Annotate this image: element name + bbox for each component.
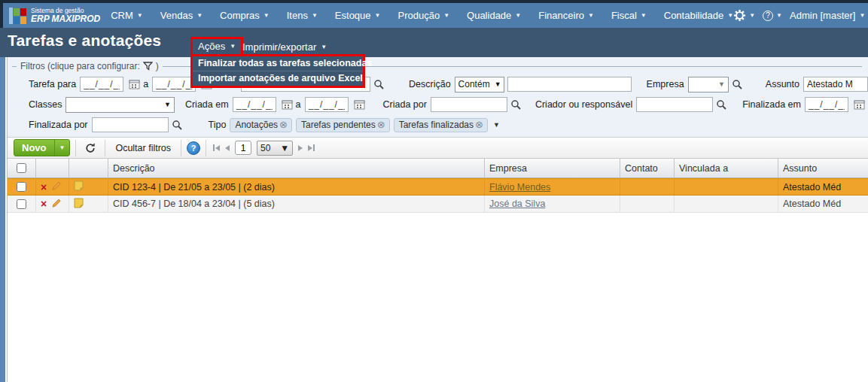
calendar-icon[interactable] bbox=[354, 99, 365, 110]
empresa-select[interactable]: ▼ bbox=[688, 77, 729, 92]
topnav-right-cluster: ▼ ? ▼ Admin [master] ▼ bbox=[733, 8, 868, 24]
tipo-chip-tarefas-pendentes[interactable]: Tarefas pendentes ⊗ bbox=[296, 118, 390, 132]
menu-financeiro[interactable]: Financeiro▼ bbox=[538, 10, 594, 21]
remove-chip-icon[interactable]: ⊗ bbox=[377, 120, 385, 129]
chevron-down-icon: ▼ bbox=[321, 44, 327, 50]
descricao-operator-select[interactable]: Contém ▼ bbox=[455, 77, 504, 92]
acoes-dropdown-menu: Finalizar todas as tarefas selecionadas … bbox=[190, 54, 365, 88]
refresh-icon[interactable] bbox=[84, 142, 96, 154]
finalizada-por-input[interactable] bbox=[92, 117, 169, 132]
tarefa-para-to-date[interactable] bbox=[152, 77, 196, 92]
logo-block bbox=[20, 8, 26, 16]
remove-chip-icon[interactable]: ⊗ bbox=[279, 120, 288, 129]
funnel-icon bbox=[143, 62, 153, 71]
search-icon[interactable] bbox=[172, 120, 183, 131]
select-all-checkbox[interactable] bbox=[17, 163, 26, 173]
header-contato[interactable]: Contato bbox=[620, 159, 675, 177]
header-vinculada[interactable]: Vinculada a bbox=[675, 159, 778, 177]
logo-block bbox=[14, 8, 20, 16]
row-checkbox[interactable] bbox=[17, 182, 26, 192]
classes-select[interactable]: ▼ bbox=[65, 97, 174, 113]
search-icon[interactable] bbox=[510, 99, 522, 111]
novo-button[interactable]: Novo ▼ bbox=[14, 139, 70, 156]
delete-icon[interactable]: × bbox=[41, 182, 47, 193]
chevron-down-icon[interactable]: ▼ bbox=[54, 140, 70, 156]
filters-legend[interactable]: Filtros (clique para configurar: ) bbox=[17, 61, 163, 71]
menu-item-finalizar-tarefas[interactable]: Finalizar todas as tarefas selecionadas bbox=[193, 56, 363, 71]
edit-pencil-icon[interactable] bbox=[51, 180, 62, 193]
header-actions-cell bbox=[36, 159, 69, 177]
page-number-input[interactable] bbox=[235, 141, 251, 155]
chevron-down-icon: ▼ bbox=[137, 13, 143, 19]
table-row-selected[interactable]: × CID 123-4 | De 21/05 a 23/05 | (2 dias… bbox=[8, 178, 868, 196]
tarefa-para-from-date[interactable] bbox=[80, 77, 123, 92]
edit-pencil-icon[interactable] bbox=[51, 198, 62, 211]
menu-item-importar-excel[interactable]: Importar anotações de arquivo Excel bbox=[193, 71, 363, 86]
tipo-dropdown-caret[interactable]: ▼ bbox=[493, 121, 500, 129]
menu-compras[interactable]: Compras▼ bbox=[220, 10, 270, 21]
help-icon: ? bbox=[763, 11, 773, 21]
empresa-link[interactable]: Flávio Mendes bbox=[489, 182, 550, 193]
help-icon[interactable]: ? bbox=[187, 141, 200, 155]
menu-qualidade[interactable]: Qualidade▼ bbox=[467, 10, 521, 21]
acoes-menu-button[interactable]: Ações bbox=[198, 41, 225, 52]
menu-vendas[interactable]: Vendas▼ bbox=[160, 10, 203, 21]
menu-label: Fiscal bbox=[611, 10, 637, 21]
menu-fiscal[interactable]: Fiscal▼ bbox=[611, 10, 647, 21]
header-empresa[interactable]: Empresa bbox=[485, 159, 620, 177]
search-icon[interactable] bbox=[373, 79, 385, 90]
delete-icon[interactable]: × bbox=[41, 199, 47, 209]
criada-por-input[interactable] bbox=[431, 97, 507, 112]
tasks-table: Descrição Empresa Contato Vinculada a As… bbox=[8, 159, 868, 213]
header-descricao[interactable]: Descrição bbox=[108, 159, 485, 177]
criador-ou-responsavel-label: Criador ou responsável bbox=[535, 99, 632, 110]
help-menu[interactable]: ? ▼ bbox=[763, 11, 782, 21]
imprimir-exportar-menu-button[interactable]: Imprimir/exportar ▼ bbox=[242, 41, 327, 53]
last-page-button[interactable] bbox=[308, 144, 315, 151]
settings-menu[interactable]: ▼ bbox=[733, 9, 755, 22]
classes-label: Classes bbox=[29, 99, 62, 110]
cell-descricao[interactable]: CID 456-7 | De 18/04 a 23/04 | (5 dias) bbox=[108, 196, 485, 212]
menu-estoque[interactable]: Estoque▼ bbox=[335, 10, 381, 21]
remove-chip-icon[interactable]: ⊗ bbox=[475, 120, 483, 129]
calendar-icon[interactable] bbox=[129, 79, 140, 89]
tipo-chip-anotacoes[interactable]: Anotações ⊗ bbox=[230, 118, 292, 132]
user-menu[interactable]: Admin [master] ▼ bbox=[790, 10, 865, 21]
row-select-cell bbox=[8, 179, 36, 195]
next-page-button[interactable] bbox=[298, 145, 303, 151]
descricao-filter-input[interactable] bbox=[507, 77, 632, 92]
brand-logo[interactable]: Sistema de gestão ERP MAXIPROD bbox=[9, 8, 100, 24]
cell-assunto: Atestado Méd bbox=[778, 179, 868, 195]
filters-legend-rule: Filtros (clique para configurar: ) bbox=[12, 66, 862, 75]
logo-grid bbox=[14, 8, 26, 24]
search-icon[interactable] bbox=[732, 79, 743, 90]
calendar-icon[interactable] bbox=[282, 99, 293, 110]
table-row[interactable]: × CID 456-7 | De 18/04 a 23/04 | (5 dias… bbox=[8, 196, 868, 213]
menu-label: Compras bbox=[220, 10, 260, 21]
tipo-chip-tarefas-finalizadas[interactable]: Tarefas finalizadas ⊗ bbox=[394, 118, 488, 132]
chevron-down-icon: ▼ bbox=[230, 44, 236, 50]
chevron-down-icon: ▼ bbox=[495, 80, 501, 88]
previous-page-button[interactable] bbox=[225, 145, 230, 151]
search-icon[interactable] bbox=[716, 99, 727, 111]
criador-ou-responsavel-input[interactable] bbox=[636, 97, 713, 112]
calendar-icon[interactable] bbox=[854, 99, 865, 110]
finalizada-em-from-date[interactable] bbox=[805, 97, 848, 112]
header-assunto[interactable]: Assunto bbox=[778, 159, 868, 177]
menu-producao[interactable]: Produção▼ bbox=[397, 10, 449, 21]
cell-descricao[interactable]: CID 123-4 | De 21/05 a 23/05 | (2 dias) bbox=[108, 179, 485, 195]
criada-em-to-date[interactable] bbox=[305, 97, 349, 112]
criada-em-from-date[interactable] bbox=[233, 97, 276, 112]
menu-contabilidade[interactable]: Contabilidade▼ bbox=[664, 10, 733, 21]
chevron-down-icon: ▼ bbox=[727, 13, 733, 19]
empresa-link[interactable]: José da Silva bbox=[489, 199, 545, 209]
menu-itens[interactable]: Itens▼ bbox=[287, 10, 318, 21]
page-size-select[interactable]: 50 ▼ bbox=[257, 141, 293, 156]
menu-crm[interactable]: CRM▼ bbox=[111, 10, 143, 21]
ocultar-filtros-button[interactable]: Ocultar filtros bbox=[111, 141, 175, 155]
assunto-filter-input[interactable] bbox=[803, 77, 868, 92]
first-page-button[interactable] bbox=[213, 144, 220, 151]
note-icon[interactable] bbox=[74, 180, 84, 193]
row-checkbox[interactable] bbox=[17, 199, 26, 209]
note-icon[interactable] bbox=[74, 198, 84, 211]
